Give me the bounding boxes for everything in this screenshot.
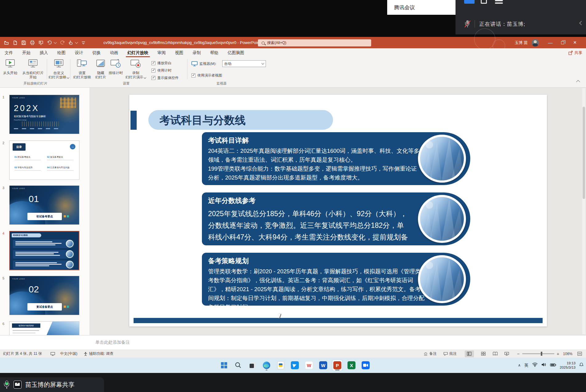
restore-button[interactable] (556, 37, 569, 48)
tab-edraw[interactable]: 亿图脑图 (223, 48, 249, 57)
custom-slideshow-button[interactable]: 自定义 幻灯片放映 (48, 58, 70, 79)
tab-home[interactable]: 开始 (18, 48, 35, 57)
powerpoint-icon-active[interactable]: P (332, 360, 342, 371)
meeting-window-tab[interactable]: 腾讯会议 (387, 0, 456, 15)
slideshow-view-button[interactable] (502, 350, 512, 357)
reading-view-button[interactable] (491, 350, 500, 357)
battery-icon[interactable] (550, 362, 556, 368)
document-title: cv9bg3aque5vqvn0pvqg_cv9bffms1rhbpnmhakp… (103, 40, 260, 45)
tray-expand-icon[interactable]: ∧ (518, 363, 521, 367)
slide-sorter-view-button[interactable] (479, 350, 488, 357)
meeting-minimize-icon[interactable] (464, 0, 475, 4)
touch-mode-dropdown-icon[interactable] (75, 41, 78, 44)
play-narrations-checkbox[interactable]: 播放旁白 (151, 61, 171, 65)
close-button[interactable]: × (569, 37, 581, 48)
zoom-in-button[interactable]: + (557, 351, 560, 356)
save-icon[interactable] (21, 40, 26, 46)
undo-icon[interactable] (47, 40, 52, 46)
print-preview-icon[interactable] (30, 40, 35, 46)
tab-view[interactable]: 视图 (171, 48, 188, 57)
use-timings-checkbox[interactable]: 使用计时 (151, 68, 171, 73)
word-icon[interactable]: W (318, 360, 328, 371)
blue-messenger-app-icon[interactable] (290, 360, 300, 371)
from-current-slide-button[interactable]: 从当前幻灯片 开始 (20, 58, 46, 79)
account-area[interactable]: 玉博 苗 (515, 37, 539, 48)
collapse-ribbon-icon[interactable] (576, 80, 580, 84)
input-language-indicator[interactable]: 英 (524, 362, 528, 368)
touch-mode-icon[interactable] (68, 40, 74, 46)
custom-slideshow-icon (54, 58, 64, 71)
rehearse-timings-button[interactable]: 排练计时 (108, 58, 124, 75)
slide-canvas[interactable]: 考试科目与分数线 考试科目详解 204英语二：2025年真题阅读理解部分词汇量达… (129, 95, 547, 327)
share-button[interactable]: 共享 (568, 48, 582, 57)
slide-title[interactable]: 考试科目与分数线 (159, 113, 246, 128)
wifi-icon[interactable] (532, 362, 538, 368)
tab-design[interactable]: 设计 (70, 48, 88, 57)
redo-icon[interactable] (59, 40, 65, 46)
task-view-icon[interactable] (247, 360, 257, 371)
tab-slideshow[interactable]: 幻灯片放映 (123, 48, 153, 57)
tab-animations[interactable]: 动画 (105, 48, 123, 57)
thumbnail-slide-5[interactable]: YOUR LOGO 02 复试准备要点 (9, 276, 79, 315)
thumbnail-slide-2[interactable]: 目录 → 01 初试备考要点 02 复试备考要点 03 学校与专业优势 04 注… (9, 141, 79, 180)
search-placeholder: 搜索(Alt+Q) (267, 40, 286, 46)
wps-office-icon[interactable]: W (304, 360, 314, 371)
search-box[interactable]: 搜索(Alt+Q) (258, 39, 371, 46)
window-controls: — × (544, 37, 581, 48)
zoom-slider[interactable] (522, 353, 554, 354)
open-icon[interactable] (4, 40, 9, 46)
meeting-menu-icon[interactable] (495, 0, 503, 4)
tab-help[interactable]: 帮助 (206, 48, 223, 57)
slideshow-icon[interactable] (38, 40, 44, 46)
tab-transitions[interactable]: 切换 (88, 48, 105, 57)
display-settings-icon[interactable] (50, 352, 55, 356)
meeting-maximize-icon[interactable] (481, 0, 487, 4)
excel-icon[interactable]: X (347, 360, 356, 371)
checkbox-checked-icon (151, 61, 155, 65)
taskbar-clock[interactable]: 19:13 2025/3/13 (560, 361, 576, 370)
meeting-app-icon[interactable] (361, 360, 371, 371)
monitor-select[interactable]: 自动 (222, 60, 266, 67)
accessibility-status[interactable]: 辅助功能: 调查 (89, 351, 113, 356)
thumbnail-slide-3[interactable]: YOUR LOGO 01 初试备考要点 (9, 185, 79, 225)
language-status[interactable]: 中文(中国) (60, 351, 77, 356)
new-file-icon[interactable] (12, 40, 18, 46)
zoom-out-button[interactable]: − (517, 351, 520, 356)
notification-bell-icon[interactable] (579, 362, 584, 368)
dropdown-icon (144, 76, 146, 79)
show-media-controls-checkbox[interactable]: 显示媒体控件 (151, 76, 179, 80)
volume-icon[interactable] (541, 362, 546, 368)
python-file-icon[interactable] (276, 360, 286, 371)
tab-draw[interactable]: 绘图 (53, 48, 70, 57)
tab-insert[interactable]: 插入 (35, 48, 53, 57)
use-presenter-view-checkbox[interactable]: 使用演示者视图 (191, 73, 222, 78)
notes-toggle[interactable]: 备注 (423, 351, 437, 356)
setup-slideshow-button[interactable]: 设置 幻灯片放映 (71, 58, 93, 79)
zoom-level[interactable]: 106% (563, 352, 572, 356)
screen: 腾讯会议 正在讲话：苗玉博; cv9bg3aque5vqvn0pv (0, 0, 586, 392)
monitor-label: 监视器(M): (199, 61, 216, 66)
qat-customize-icon[interactable] (81, 40, 86, 46)
fit-slide-to-window-button[interactable] (575, 350, 584, 357)
from-beginning-button[interactable]: 从头开始 (1, 58, 20, 75)
normal-view-button[interactable] (465, 350, 474, 357)
avatar[interactable] (532, 39, 539, 46)
start-button[interactable] (219, 360, 229, 371)
slide-number: 1 (2, 95, 4, 99)
vertical-scrollbar[interactable] (582, 88, 585, 334)
zoom-slider-knob[interactable] (541, 352, 542, 356)
edge-browser-icon[interactable] (262, 360, 271, 371)
thumbnail-slide-6-partial[interactable]: 笔试科目与面试内容 (9, 321, 79, 335)
undo-dropdown-icon[interactable] (54, 41, 57, 44)
comments-toggle[interactable]: 批注 (444, 351, 457, 356)
tab-review[interactable]: 审阅 (153, 48, 171, 57)
taskbar-search-icon[interactable] (233, 360, 243, 371)
thumbnail-slide-4-selected[interactable]: 考试科目与分数线 (9, 231, 79, 270)
hide-slide-button[interactable]: 隐藏 幻灯片 (94, 58, 108, 79)
notes-pane[interactable]: 单击此处添加备注 (0, 335, 586, 350)
record-slideshow-button[interactable]: 录制 幻灯片演示 (124, 58, 148, 79)
tab-file[interactable]: 文件 (0, 48, 18, 57)
thumbnail-slide-1[interactable]: YOUR LOGO 202X 初试复试备考与院校专业解析 PowerPoint … (9, 95, 79, 134)
tab-record[interactable]: 录制 (188, 48, 206, 57)
minimize-button[interactable]: — (544, 37, 556, 48)
